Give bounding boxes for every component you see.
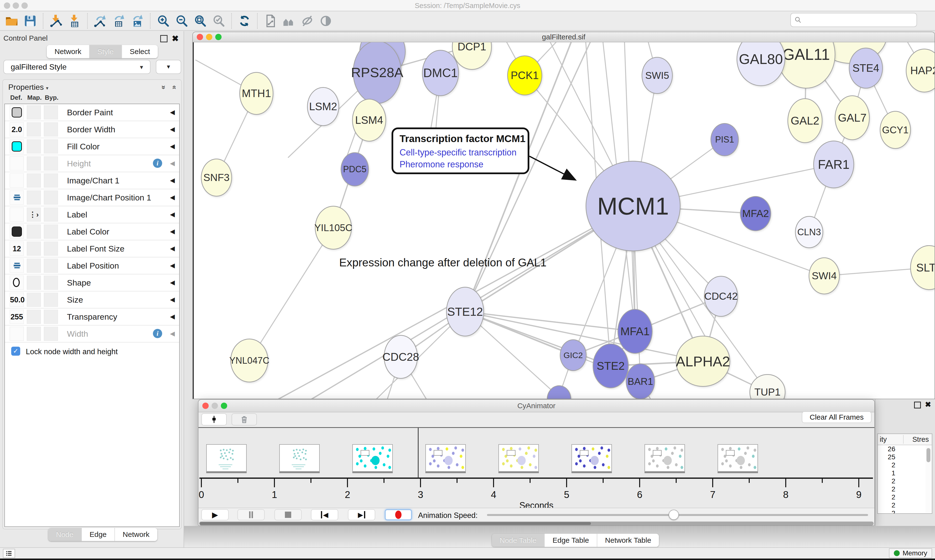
node-table-header[interactable]: ity Stres <box>878 434 932 445</box>
network-node-mfa1[interactable]: MFA1 <box>617 309 653 354</box>
tab-network[interactable]: Network <box>47 45 89 58</box>
bypass-cell[interactable] <box>44 275 58 290</box>
table-cell-value[interactable]: 2 <box>878 502 925 509</box>
bypass-cell[interactable] <box>44 310 58 324</box>
mapping-cell[interactable] <box>27 174 41 188</box>
network-node-yil105c[interactable]: YIL105C <box>315 206 352 249</box>
search-input[interactable] <box>802 16 916 24</box>
network-node-mfa2[interactable]: MFA2 <box>740 196 771 231</box>
mapping-cell[interactable] <box>27 258 41 273</box>
network-node-ste12[interactable]: STE12 <box>446 287 484 337</box>
property-row[interactable]: ⋮›Label◀ <box>5 206 179 223</box>
property-row[interactable]: 12Label Font Size◀ <box>5 240 179 257</box>
network-node-lsm4[interactable]: LSM4 <box>352 99 386 142</box>
mapping-cell[interactable] <box>27 139 41 154</box>
export-image-button[interactable] <box>130 13 145 28</box>
expand-row-icon[interactable]: ◀ <box>170 143 175 150</box>
frames-timeline[interactable]: Seconds 0123456789 <box>199 428 874 508</box>
network-node-gic2[interactable]: GIC2 <box>560 339 586 371</box>
mcm1-annotation[interactable]: Transcription factor MCM1 Cell-type-spec… <box>392 128 529 174</box>
info-icon[interactable]: i <box>153 329 162 338</box>
table-cell-value[interactable]: 2 <box>878 509 925 513</box>
play-button[interactable]: ▶ <box>201 509 228 520</box>
timeline-scrollbar-thumb[interactable] <box>200 522 591 525</box>
table-tab-network-table[interactable]: Network Table <box>597 534 659 547</box>
annotation-link[interactable]: Pheromone response <box>400 159 528 169</box>
stop-button[interactable] <box>275 509 302 520</box>
expand-row-icon[interactable]: ◀ <box>170 262 175 269</box>
default-cell[interactable] <box>10 191 24 205</box>
frame-thumbnail[interactable] <box>352 444 393 472</box>
default-cell[interactable]: 255 <box>10 310 24 324</box>
property-row[interactable]: Image/Chart 1◀ <box>5 172 179 189</box>
info-icon[interactable]: i <box>153 158 162 168</box>
expand-row-icon[interactable]: ◀ <box>170 330 175 337</box>
network-node-slt2[interactable]: SLT2 <box>910 245 935 290</box>
property-row[interactable]: Label Color◀ <box>5 223 179 240</box>
timeline-playhead[interactable] <box>418 428 418 478</box>
canvas-caption[interactable]: Expression change after deletion of GAL1 <box>339 256 547 269</box>
mapping-cell[interactable] <box>27 327 41 341</box>
clear-all-frames-button[interactable]: Clear All Frames <box>802 411 872 423</box>
network-node-pdc5[interactable]: PDC5 <box>341 152 369 186</box>
zoom-in-button[interactable] <box>156 13 171 28</box>
network-node-tup1[interactable]: TUP1 <box>750 374 785 399</box>
bypass-cell[interactable] <box>44 122 58 137</box>
property-row[interactable]: Image/Chart Position 1◀ <box>5 189 179 206</box>
table-cell-value[interactable]: 2 <box>878 485 925 493</box>
save-session-button[interactable] <box>23 13 38 28</box>
timeline-scrollbar[interactable] <box>199 522 874 525</box>
skip-start-button[interactable]: ◀ <box>311 509 338 520</box>
export-network-button[interactable] <box>93 13 108 28</box>
memory-button[interactable]: Memory <box>889 548 932 558</box>
bypass-cell[interactable] <box>44 191 58 205</box>
pause-button[interactable] <box>238 509 265 520</box>
cyanimator-titlebar[interactable]: CyAnimator <box>199 400 874 412</box>
default-cell[interactable] <box>10 105 24 120</box>
expand-all-icon[interactable]: » <box>160 85 168 89</box>
bypass-cell[interactable] <box>44 157 58 171</box>
property-row[interactable]: Border Paint◀ <box>5 104 179 121</box>
refresh-view-button[interactable] <box>237 13 252 28</box>
mapping-cell[interactable] <box>27 293 41 307</box>
default-cell[interactable] <box>10 275 24 290</box>
expand-row-icon[interactable]: ◀ <box>170 228 175 235</box>
property-row[interactable]: Heighti◀ <box>5 155 179 172</box>
frame-thumbnail[interactable] <box>279 444 320 472</box>
open-session-button[interactable] <box>4 13 19 28</box>
mapping-cell[interactable] <box>27 105 41 120</box>
collapse-all-icon[interactable]: » <box>170 85 178 89</box>
network-node-pck1[interactable]: PCK1 <box>507 55 542 95</box>
float-panel-icon[interactable] <box>914 402 921 408</box>
add-frame-button[interactable] <box>201 413 227 426</box>
network-from-file-button[interactable] <box>263 13 278 28</box>
property-row[interactable]: 255Transparency◀ <box>5 308 179 326</box>
network-node-swi5[interactable]: SWI5 <box>642 57 673 94</box>
network-node-pis1[interactable]: PIS1 <box>711 123 739 156</box>
default-cell[interactable] <box>10 258 24 273</box>
expand-row-icon[interactable]: ◀ <box>170 296 175 303</box>
style-tab-edge[interactable]: Edge <box>82 528 115 541</box>
property-row[interactable]: Fill Color◀ <box>5 138 179 155</box>
skip-end-button[interactable]: ▶ <box>348 509 375 520</box>
network-node-gal80[interactable]: GAL80 <box>736 42 785 86</box>
table-cell-value[interactable]: 2 <box>878 461 925 469</box>
network-node-cdc28[interactable]: CDC28 <box>384 335 418 379</box>
mapping-cell[interactable] <box>27 310 41 324</box>
mapping-cell[interactable] <box>27 122 41 137</box>
mapping-cell[interactable]: ⋮› <box>27 208 41 222</box>
network-window-titlebar[interactable]: galFiltered.sif <box>193 32 935 42</box>
import-table-button[interactable] <box>67 13 82 28</box>
hide-selected-button[interactable] <box>300 13 315 28</box>
default-cell[interactable]: 2.0 <box>10 122 24 137</box>
mapping-cell[interactable] <box>27 242 41 256</box>
style-tab-node[interactable]: Node <box>48 528 82 541</box>
property-row[interactable]: Shape◀ <box>5 274 179 291</box>
delete-frame-button[interactable] <box>231 413 257 426</box>
frame-thumbnail[interactable] <box>571 444 612 472</box>
table-tab-edge-table[interactable]: Edge Table <box>545 534 597 547</box>
expand-row-icon[interactable]: ◀ <box>170 160 175 167</box>
bypass-cell[interactable] <box>44 174 58 188</box>
network-node-cdc42[interactable]: CDC42 <box>704 276 738 317</box>
table-cell-value[interactable]: 26 <box>878 445 925 453</box>
